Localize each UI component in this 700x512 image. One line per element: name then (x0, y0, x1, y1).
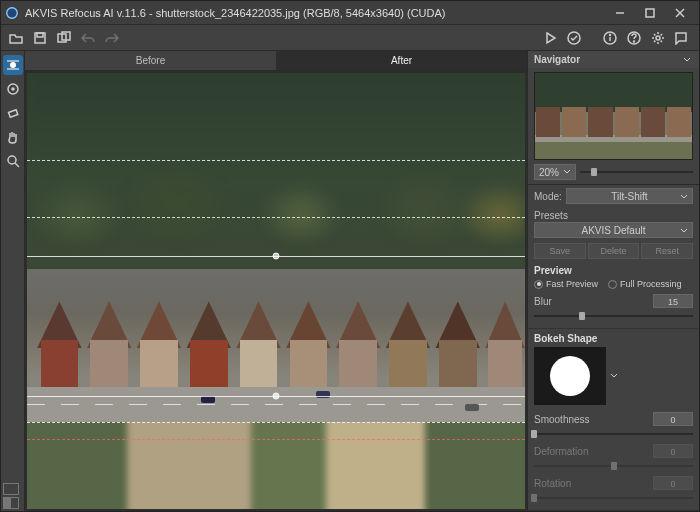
svg-point-13 (610, 34, 611, 35)
split-view-button[interactable] (3, 497, 19, 509)
undo-button[interactable] (77, 27, 99, 49)
chevron-down-icon (563, 167, 571, 178)
rotation-param: Rotation0 (528, 474, 699, 506)
help-button[interactable] (623, 27, 645, 49)
deformation-value: 0 (653, 444, 693, 458)
chevron-down-icon[interactable] (683, 55, 693, 65)
mode-value: Tilt-Shift (611, 191, 647, 202)
mode-combo[interactable]: Tilt-Shift (566, 188, 693, 204)
preset-value: AKVIS Default (582, 225, 646, 236)
apply-button[interactable] (563, 27, 585, 49)
smoothness-value[interactable]: 0 (653, 412, 693, 426)
handle-top[interactable] (273, 253, 280, 260)
maximize-button[interactable] (635, 2, 665, 24)
rotation-value: 0 (653, 476, 693, 490)
preset-save-button[interactable]: Save (534, 243, 586, 259)
body: Before After (1, 51, 699, 511)
svg-point-0 (7, 7, 18, 18)
focus-area-tool[interactable] (3, 79, 23, 99)
svg-point-17 (10, 62, 16, 68)
svg-marker-9 (547, 33, 555, 43)
left-toolbar (1, 51, 25, 511)
settings-button[interactable] (647, 27, 669, 49)
navigator-thumbnail[interactable] (534, 72, 693, 160)
preset-combo[interactable]: AKVIS Default (534, 222, 693, 238)
right-panel: Navigator 20% (527, 51, 699, 511)
bokeh-shape-picker[interactable] (534, 347, 606, 405)
handle-bottom[interactable] (273, 392, 280, 399)
presets-label: Presets (534, 210, 568, 221)
guide-inner-bottom[interactable] (27, 422, 525, 423)
navigator-title: Navigator (534, 54, 683, 65)
preset-delete-button[interactable]: Delete (588, 243, 640, 259)
navigator-panel: 20% (528, 68, 699, 185)
tilt-shift-tool[interactable] (3, 55, 23, 75)
rotation-slider (534, 492, 693, 504)
single-view-button[interactable] (3, 483, 19, 495)
svg-rect-2 (646, 9, 654, 17)
batch-button[interactable] (53, 27, 75, 49)
deformation-param: Deformation0 (528, 442, 699, 474)
navigator-header: Navigator (528, 51, 699, 68)
window-title: AKVIS Refocus AI v.11.6 - shutterstock_2… (25, 7, 605, 19)
guide-outer-bottom[interactable] (27, 439, 525, 440)
zoom-tool[interactable] (3, 151, 23, 171)
zoom-slider[interactable] (580, 166, 693, 178)
zoom-combo[interactable]: 20% (534, 164, 576, 180)
info-button[interactable] (599, 27, 621, 49)
minimize-button[interactable] (605, 2, 635, 24)
svg-line-24 (15, 163, 19, 167)
open-button[interactable] (5, 27, 27, 49)
svg-rect-22 (8, 110, 17, 117)
svg-point-23 (8, 156, 16, 164)
chevron-down-icon[interactable] (610, 371, 618, 382)
full-processing-radio[interactable]: Full Processing (608, 279, 682, 289)
redo-button[interactable] (101, 27, 123, 49)
save-button[interactable] (29, 27, 51, 49)
fast-preview-radio[interactable]: Fast Preview (534, 279, 598, 289)
svg-point-16 (656, 36, 660, 40)
chevron-down-icon (680, 192, 688, 203)
app-window: AKVIS Refocus AI v.11.6 - shutterstock_2… (0, 0, 700, 512)
tabs: Before After (25, 51, 527, 71)
preset-reset-button[interactable]: Reset (641, 243, 693, 259)
svg-rect-6 (37, 33, 43, 37)
bokeh-circle-icon (550, 356, 590, 396)
run-button[interactable] (539, 27, 561, 49)
news-button[interactable] (671, 27, 693, 49)
hand-tool[interactable] (3, 127, 23, 147)
deformation-slider (534, 460, 693, 472)
close-button[interactable] (665, 2, 695, 24)
eraser-tool[interactable] (3, 103, 23, 123)
top-toolbar (1, 25, 699, 51)
svg-point-21 (12, 88, 14, 90)
zoom-value: 20% (539, 167, 559, 178)
svg-point-15 (634, 41, 635, 42)
tab-after[interactable]: After (276, 51, 527, 70)
view-toggles (1, 481, 24, 511)
titlebar: AKVIS Refocus AI v.11.6 - shutterstock_2… (1, 1, 699, 25)
blur-value[interactable]: 15 (653, 294, 693, 308)
chevron-down-icon (680, 226, 688, 237)
app-icon (5, 6, 19, 20)
smoothness-param: Smoothness0 (528, 410, 699, 442)
image-canvas[interactable] (27, 73, 525, 509)
guide-inner-top[interactable] (27, 217, 525, 218)
mode-label: Mode: (534, 191, 562, 202)
main-area: Before After (25, 51, 527, 511)
smoothness-slider[interactable] (534, 428, 693, 440)
bokeh-label: Bokeh Shape (528, 331, 699, 344)
blur-param: Blur15 (528, 292, 699, 324)
tab-before[interactable]: Before (25, 51, 276, 70)
blur-slider[interactable] (534, 310, 693, 322)
preview-title: Preview (528, 263, 699, 276)
guide-outer-top[interactable] (27, 160, 525, 161)
